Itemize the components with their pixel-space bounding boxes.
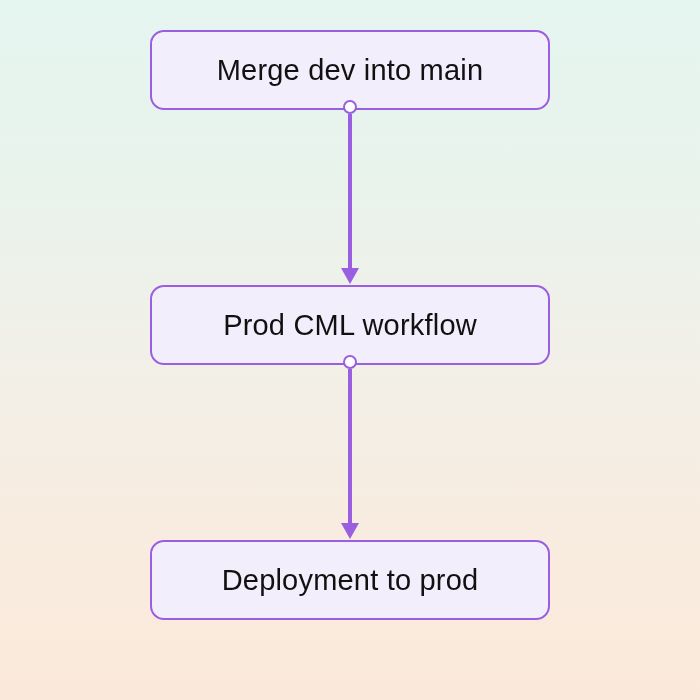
flow-node-label: Prod CML workflow: [223, 309, 477, 342]
flow-edge-merge-to-cml: [345, 109, 355, 284]
connector-start-dot: [343, 355, 357, 369]
flow-node-label: Merge dev into main: [217, 54, 484, 87]
connector-start-dot: [343, 100, 357, 114]
connector-line: [348, 114, 352, 270]
arrow-down-icon: [341, 268, 359, 284]
flow-node-cml: Prod CML workflow: [150, 285, 550, 365]
flow-node-deploy: Deployment to prod: [150, 540, 550, 620]
arrow-down-icon: [341, 523, 359, 539]
flow-node-merge: Merge dev into main: [150, 30, 550, 110]
flow-edge-cml-to-deploy: [345, 364, 355, 539]
connector-line: [348, 369, 352, 525]
flowchart-canvas: Merge dev into main Prod CML workflow De…: [0, 0, 700, 700]
flow-node-label: Deployment to prod: [222, 564, 479, 597]
